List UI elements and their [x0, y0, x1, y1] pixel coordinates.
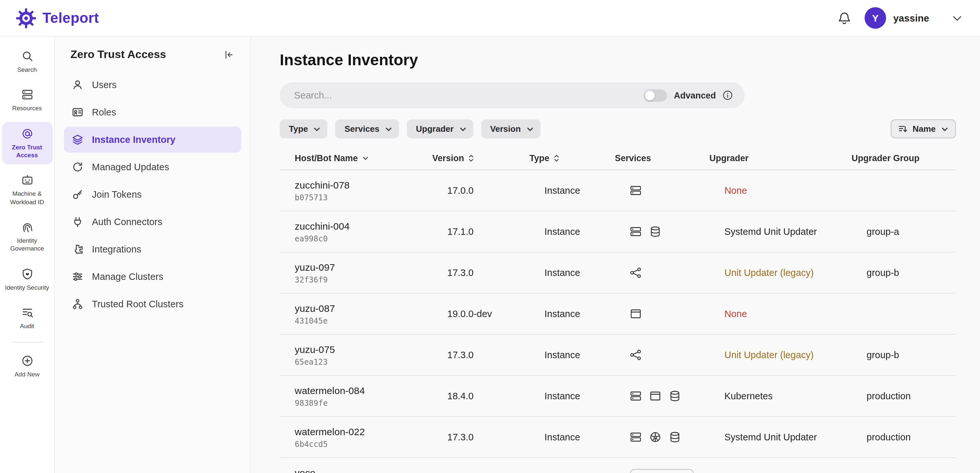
sort-button[interactable]: Name: [890, 119, 956, 138]
services-cell: [630, 267, 724, 279]
window-icon: [649, 390, 661, 402]
collapse-sidebar-icon[interactable]: [223, 49, 235, 61]
table-row[interactable]: yuzu-087 431045e 19.0.0-dev Instance Non…: [280, 294, 956, 335]
column-host-bot-name[interactable]: Host/Bot Name: [280, 153, 432, 163]
rail-item-zero-trust-access[interactable]: Zero Trust Access: [2, 122, 52, 164]
rail-divider: [12, 342, 42, 343]
sidebar-item-roles[interactable]: Roles: [64, 99, 241, 125]
secondary-nav: Zero Trust Access Users: [55, 37, 251, 473]
filter-row: Type Services Upgrader Version: [280, 119, 956, 138]
table-row[interactable]: voco f662d2a 19.0.0-dev Bot Instance Ser…: [280, 458, 956, 473]
table-header: Host/Bot Name Version Type Services: [280, 146, 956, 170]
info-icon[interactable]: [722, 90, 733, 100]
table-row[interactable]: watermelon-022 6b4ccd5 17.3.0 Instance S…: [280, 417, 956, 458]
type-value: Instance: [544, 185, 630, 196]
roles-icon: [72, 106, 83, 118]
host-id: 32f36f9: [295, 275, 447, 284]
server-icon: [630, 390, 641, 402]
column-services: Services: [615, 153, 710, 163]
sidebar-item-manage-clusters[interactable]: Manage Clusters: [64, 264, 241, 290]
kubernetes-icon: [649, 431, 661, 443]
rail-item-identity-governance[interactable]: Identity Governance: [2, 215, 52, 258]
resources-icon: [21, 88, 33, 102]
host-name: zucchini-078: [295, 179, 447, 190]
sidebar-item-managed-updates[interactable]: Managed Updates: [64, 154, 241, 180]
chevron-down-icon: [385, 125, 393, 133]
column-type[interactable]: Type: [530, 153, 615, 163]
user-menu-chevron-icon[interactable]: [951, 12, 963, 24]
identity-security-icon: [21, 268, 33, 280]
plug-icon: [72, 216, 83, 228]
sort-icon: [897, 124, 907, 134]
services-button[interactable]: Services: [630, 469, 694, 473]
services-cell: [630, 226, 724, 237]
brand[interactable]: Teleport: [16, 8, 99, 29]
rail-item-identity-security[interactable]: Identity Security: [2, 262, 52, 297]
server-icon: [630, 185, 641, 196]
advanced-toggle[interactable]: [644, 89, 667, 102]
add-new-icon: [21, 355, 33, 368]
host-name: yuzu-097: [295, 261, 447, 272]
sidebar-item-join-tokens[interactable]: Join Tokens: [64, 182, 241, 207]
teleport-logo-icon: [16, 8, 37, 29]
top-bar: Teleport Y yassine: [0, 0, 980, 37]
services-cell: [630, 185, 724, 196]
host-name: watermelon-084: [295, 385, 447, 396]
version-value: 17.0.0: [447, 185, 544, 196]
rail-item-add-new[interactable]: Add New: [2, 349, 52, 384]
table-row[interactable]: zucchini-004 ea998c0 17.1.0 Instance Sys…: [280, 211, 956, 253]
version-value: 17.3.0: [447, 268, 544, 278]
services-cell: [630, 390, 724, 402]
upgrader-value: None: [724, 309, 867, 319]
search-bar: Advanced: [280, 82, 745, 108]
version-value: 17.3.0: [447, 350, 544, 360]
database-icon: [669, 431, 681, 443]
type-value: Instance: [544, 309, 630, 319]
upgrader-group-value: production: [867, 432, 956, 442]
column-upgrader: Upgrader: [710, 153, 851, 163]
sidebar-item-integrations[interactable]: Integrations: [64, 236, 241, 262]
sidebar-item-auth-connectors[interactable]: Auth Connectors: [64, 209, 241, 235]
sidebar-item-trusted-root-clusters[interactable]: Trusted Root Clusters: [64, 291, 241, 317]
window-icon: [630, 308, 641, 320]
column-version[interactable]: Version: [432, 153, 530, 163]
services-cell: Services: [630, 469, 724, 473]
rail-item-machine-workload-id[interactable]: Machine & Workload ID: [2, 169, 52, 211]
shell: Search Resources Zero Tr: [0, 37, 980, 473]
primary-nav: Search Resources Zero Tr: [0, 37, 55, 473]
identity-governance-icon: [21, 220, 33, 234]
host-id: ea998c0: [295, 234, 447, 243]
advanced-controls: Advanced: [644, 89, 735, 102]
table-row[interactable]: yuzu-075 65ea123 17.3.0 Instance Unit Up…: [280, 335, 956, 376]
filter-type-button[interactable]: Type: [280, 119, 328, 138]
search-input[interactable]: [293, 89, 644, 101]
user-menu[interactable]: Y yassine: [865, 7, 929, 29]
app: Teleport Y yassine: [0, 0, 980, 473]
layers-icon: [72, 134, 83, 145]
audit-icon: [21, 306, 33, 319]
column-upgrader-group: Upgrader Group: [851, 153, 956, 163]
table-row[interactable]: yuzu-097 32f36f9 17.3.0 Instance Unit Up…: [280, 253, 956, 294]
upgrader-value: Unit Updater (legacy): [724, 268, 867, 278]
host-id: 65ea123: [295, 357, 447, 366]
table-row[interactable]: zucchini-078 b075713 17.0.0 Instance Non…: [280, 170, 956, 211]
filter-upgrader-button[interactable]: Upgrader: [407, 119, 473, 138]
username: yassine: [893, 13, 929, 24]
rail-item-search[interactable]: Search: [2, 45, 52, 79]
rail-item-audit[interactable]: Audit: [2, 301, 52, 336]
host-name: yuzu-075: [295, 344, 447, 355]
users-icon: [72, 79, 83, 91]
filter-services-button[interactable]: Services: [336, 119, 399, 138]
filter-version-button[interactable]: Version: [481, 119, 540, 138]
sort-desc-icon: [362, 154, 369, 161]
sidebar-item-instance-inventory[interactable]: Instance Inventory: [64, 127, 241, 153]
table-body: zucchini-078 b075713 17.0.0 Instance Non…: [280, 170, 956, 473]
chevron-down-icon: [941, 125, 949, 133]
table-row[interactable]: watermelon-084 98389fe 18.4.0 Instance K…: [280, 376, 956, 417]
page-title: Instance Inventory: [280, 51, 956, 69]
network-icon: [630, 349, 641, 361]
upgrader-value: Systemd Unit Updater: [724, 432, 867, 442]
sidebar-item-users[interactable]: Users: [64, 72, 241, 98]
rail-item-resources[interactable]: Resources: [2, 83, 52, 118]
notifications-bell-icon[interactable]: [837, 11, 851, 25]
